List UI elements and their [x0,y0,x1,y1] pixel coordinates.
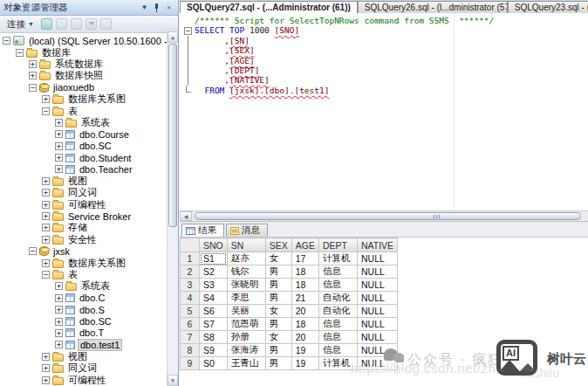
grid-cell[interactable]: 计算机 [318,252,357,265]
collapse-icon[interactable]: − [3,37,10,45]
grid-cell[interactable]: 王青山 [227,357,265,370]
expand-icon[interactable]: + [29,72,37,79]
grid-cell[interactable]: 男 [265,265,291,279]
expand-icon[interactable]: + [55,306,63,314]
grid-cell[interactable]: NULL [357,344,397,357]
editor-hscrollbar[interactable]: ◀ [180,210,588,221]
expand-icon[interactable]: + [42,236,50,244]
collapse-icon[interactable]: − [29,84,37,92]
collapse-icon[interactable]: − [16,49,24,57]
grid-cell[interactable]: 20 [291,331,318,344]
grid-cell[interactable]: 17 [291,252,318,265]
tree-item-可编程性[interactable]: +可编程性 [0,198,178,210]
sql-code-editor[interactable]: /****** Script for SelectTopNRows comman… [180,13,588,210]
expand-icon[interactable]: + [42,189,50,196]
grid-cell[interactable]: 张海涛 [227,344,265,357]
tree-item-同义词[interactable]: +同义词 [0,187,178,198]
tree-item-Service Broker[interactable]: +Service Broker [0,210,178,222]
grid-cell[interactable]: 20 [291,305,318,318]
grid-cell[interactable]: 男 [265,279,291,292]
tree-item-dbo.Student[interactable]: +dbo.Student [0,152,178,163]
row-number-cell[interactable]: 7 [181,331,200,344]
grid-cell[interactable]: 男 [265,318,291,331]
expand-icon[interactable]: + [55,130,63,138]
column-header-SNO[interactable]: SNO [200,238,228,252]
collapse-icon[interactable]: − [42,271,50,279]
expand-icon[interactable]: + [42,201,50,209]
column-header-SEX[interactable]: SEX [265,238,291,252]
expand-icon[interactable]: + [55,318,63,326]
tree-item-存储[interactable]: +存储 [0,222,178,233]
refresh-icon[interactable] [41,18,52,30]
grid-cell[interactable]: S9 [200,344,228,357]
tree-item-表[interactable]: −表 [0,105,178,116]
expand-icon[interactable]: + [55,294,63,302]
grid-corner-cell[interactable] [181,238,200,252]
grid-cell[interactable]: 自动化 [318,305,357,318]
editor-tab[interactable]: SQLQuery23.sql - (l...dministr [508,1,588,13]
grid-cell[interactable]: 孙册 [227,331,265,344]
connect-button[interactable]: 连接 ▼ [3,17,38,32]
expand-icon[interactable]: + [42,224,50,231]
expand-icon[interactable]: + [42,376,50,384]
expand-icon[interactable]: + [42,177,50,185]
expand-icon[interactable]: + [29,60,37,68]
grid-cell[interactable]: 男 [265,357,291,370]
expand-icon[interactable]: + [42,353,50,361]
filter-icon[interactable] [85,18,97,30]
tree-item-系统表[interactable]: +系统表 [0,117,178,128]
column-header-SN[interactable]: SN [227,238,265,252]
tree-item-视图[interactable]: +视图 [0,176,178,187]
grid-cell[interactable]: 21 [291,292,318,305]
grid-cell[interactable]: NULL [357,357,397,370]
scroll-down-icon[interactable]: ▼ [168,375,178,386]
grid-cell[interactable]: 信息 [318,265,357,279]
fold-collapse-icon[interactable]: − [184,27,192,35]
tree-item-数据库关系图[interactable]: +数据库关系图 [0,93,178,105]
grid-cell[interactable]: S7 [200,318,228,331]
column-header-NATIVE[interactable]: NATIVE [357,238,397,252]
tree-item-表[interactable]: −表 [0,269,178,280]
row-number-cell[interactable]: 8 [181,344,200,357]
editor-tab[interactable]: SQLQuery27.sql - (...Administrator (61)) [180,1,358,13]
tree-item-dbo.Teacher[interactable]: +dbo.Teacher [0,163,178,175]
collapse-icon[interactable]: − [29,247,37,255]
grid-cell[interactable]: 赵亦 [227,252,265,265]
scroll-up-icon[interactable]: ▲ [168,31,178,43]
grid-cell[interactable]: NULL [357,265,397,279]
tree-item-dbo.S[interactable]: +dbo.S [0,304,178,315]
row-number-cell[interactable]: 4 [181,292,200,305]
tree-item-视图[interactable]: +视图 [0,351,178,362]
grid-cell[interactable]: 信息 [318,279,357,292]
tree-item-数据库关系图[interactable]: +数据库关系图 [0,257,178,268]
grid-cell[interactable]: 女 [265,331,291,344]
expand-icon[interactable]: + [42,95,50,103]
results-tab-results[interactable]: 结果 [181,224,224,237]
tree-item-dbo.T[interactable]: +dbo.T [0,327,178,339]
editor-tab[interactable]: SQLQuery26.sql - (l...dministrator (57))… [358,1,508,13]
expand-icon[interactable]: + [55,165,63,173]
expand-icon[interactable]: + [55,119,63,127]
tree-item-dbo.SC[interactable]: +dbo.SC [0,141,178,152]
tree-item-(local) (SQL Server 10.50.1600 - A105-00...[interactable]: −(local) (SQL Server 10.50.1600 - A105-0… [0,35,178,46]
disconnect-icon[interactable] [56,18,67,30]
grid-cell[interactable]: 信息 [318,318,357,331]
row-number-cell[interactable]: 9 [181,357,200,370]
grid-cell[interactable]: S2 [200,265,228,279]
row-number-cell[interactable]: 6 [181,318,200,331]
tree-item-数据库快照[interactable]: +数据库快照 [0,70,178,81]
grid-cell[interactable]: NULL [357,279,397,292]
script-icon[interactable] [100,18,112,30]
tree-item-jxsk[interactable]: −jxsk [0,245,178,257]
grid-cell[interactable]: NULL [357,331,397,344]
row-number-cell[interactable]: 5 [181,305,200,318]
grid-cell[interactable]: 19 [291,357,318,370]
grid-cell[interactable]: 自动化 [318,292,357,305]
close-icon[interactable]: × [163,3,174,13]
grid-cell[interactable]: 男 [265,344,291,357]
results-tab-messages[interactable]: 消息 [226,224,268,237]
tree-item-jiaoxuedb[interactable]: −jiaoxuedb [0,82,178,93]
tree-item-可编程性[interactable]: +可编程性 [0,374,178,385]
grid-cell[interactable]: S3 [200,279,228,292]
grid-cell[interactable]: S6 [200,305,228,318]
